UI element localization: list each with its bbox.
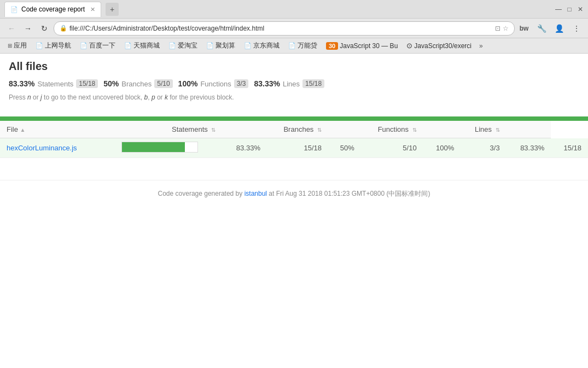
branches-pct-cell: 50%: [328, 138, 361, 158]
functions-pct-cell: 100%: [423, 138, 461, 158]
browser-chrome: 📄 Code coverage report ✕ + — □ ✕ ← → ↻ 🔒…: [0, 0, 588, 54]
bw-icon[interactable]: bw: [517, 21, 531, 36]
lines-badge: 15/18: [302, 79, 324, 88]
apps-label: 应用: [14, 41, 27, 50]
statements-bar-column-header: [222, 121, 267, 138]
tab-close-button[interactable]: ✕: [90, 6, 95, 13]
file-cell: hexColorLuminance.js: [0, 138, 115, 158]
bookmark-js30[interactable]: 30 JavaScript 30 — Bu: [323, 41, 401, 51]
statements-badge: 15/18: [76, 79, 98, 88]
address-right-icons: ⊡ ☆: [495, 25, 509, 32]
tab-favicon: 📄: [10, 6, 18, 13]
nav-right: bw 🔧 👤 ⋮: [517, 21, 584, 36]
lines-frac-column-header: [507, 121, 551, 138]
file-header-label: File: [7, 125, 18, 133]
lines-column-header[interactable]: Lines ⇅: [461, 121, 506, 138]
branches-sort-icon: ⇅: [317, 127, 322, 133]
tab-title: Code coverage report: [21, 5, 85, 13]
forward-button[interactable]: →: [21, 21, 35, 36]
menu-icon[interactable]: ⋮: [569, 21, 584, 36]
lines-stat: 83.33% Lines 15/18: [254, 79, 324, 88]
address-text: file:///C:/Users/Administrator/Desktop/t…: [69, 25, 493, 32]
close-button[interactable]: ✕: [577, 6, 584, 13]
bookmark-label: JavaScript 30 — Bu: [340, 42, 398, 50]
github-icon: ⊙: [406, 42, 412, 50]
statements-stat: 83.33% Statements 15/18: [9, 79, 98, 88]
reload-button[interactable]: ↻: [37, 21, 51, 36]
functions-frac-column-header: [423, 121, 461, 138]
apps-grid-icon: ⊞: [8, 43, 12, 49]
bookmark-wannengdai[interactable]: 📄 万能贷: [285, 40, 321, 51]
bookmarks-bar: ⊞ 应用 📄 上网导航 📄 百度一下 📄 天猫商城 📄 爱淘宝 📄 聚划算 📄 …: [0, 38, 588, 54]
page-title: All files: [9, 60, 579, 73]
apps-button[interactable]: ⊞ 应用: [4, 40, 30, 51]
bookmark-icon: 📄: [206, 42, 214, 49]
table-row: hexColorLuminance.js83.33%15/1850%5/1010…: [0, 138, 588, 158]
footer-text-after: at Fri Aug 31 2018 01:51:23 GMT+0800 (中国…: [267, 190, 430, 197]
istanbul-link[interactable]: istanbul: [244, 190, 267, 197]
bookmark-label: 万能贷: [298, 41, 317, 50]
progress-bar-cell: [115, 138, 222, 158]
bookmark-label: 聚划算: [216, 41, 235, 50]
functions-label: Functions: [200, 80, 231, 88]
progress-bar-container: [121, 142, 198, 153]
bookmark-baiduyixia[interactable]: 📄 百度一下: [77, 40, 119, 51]
bookmark-label: 上网导航: [45, 41, 71, 50]
window-controls: — □ ✕: [555, 6, 584, 13]
table-header-row: File ▲ Statements ⇅ Branches ⇅ Functions: [0, 121, 588, 138]
functions-badge: 3/3: [234, 79, 249, 88]
bookmark-icon: 📄: [288, 42, 296, 49]
extension-icon[interactable]: 🔧: [534, 21, 549, 36]
bookmark-jingdong[interactable]: 📄 京东商城: [241, 40, 283, 51]
progress-bar-fill: [122, 142, 185, 152]
new-tab-button[interactable]: +: [106, 3, 119, 16]
footer-text-before: Code coverage generated by: [158, 190, 244, 197]
bookmark-star-icon[interactable]: ☆: [503, 25, 509, 32]
bookmark-juhuasuan[interactable]: 📄 聚划算: [203, 40, 238, 51]
bookmarks-more-button[interactable]: »: [477, 41, 485, 51]
statements-fraction-cell: 15/18: [267, 138, 328, 158]
bookmark-icon: 📄: [80, 42, 88, 49]
maximize-button[interactable]: □: [566, 6, 573, 13]
active-tab[interactable]: 📄 Code coverage report ✕: [4, 2, 101, 17]
lines-fraction-cell: 15/18: [551, 138, 588, 158]
address-lock-icon: 🔒: [60, 25, 67, 32]
bookmark-icon: 📄: [244, 42, 252, 49]
branches-frac-column-header: [328, 121, 361, 138]
green-separator: [0, 116, 588, 121]
functions-column-header[interactable]: Functions ⇅: [361, 121, 423, 138]
statements-pct-cell: 83.33%: [222, 138, 267, 158]
lines-header-label: Lines: [475, 125, 492, 133]
file-column-header[interactable]: File ▲: [0, 121, 115, 138]
file-link[interactable]: hexColorLuminance.js: [7, 144, 77, 152]
title-bar: 📄 Code coverage report ✕ + — □ ✕: [0, 0, 588, 19]
functions-header-label: Functions: [378, 125, 409, 133]
branches-pct: 50%: [103, 79, 119, 88]
branches-fraction-cell: 5/10: [361, 138, 423, 158]
bookmark-label: 京东商城: [253, 41, 280, 50]
minimize-button[interactable]: —: [555, 6, 562, 13]
page-content: All files 83.33% Statements 15/18 50% Br…: [0, 54, 588, 368]
profile-icon[interactable]: 👤: [552, 21, 566, 36]
bookmark-tianmao[interactable]: 📄 天猫商城: [121, 40, 163, 51]
bookmark-aitaobao[interactable]: 📄 爱淘宝: [165, 40, 201, 51]
statements-column-header[interactable]: Statements ⇅: [115, 121, 222, 138]
back-button[interactable]: ←: [4, 21, 19, 36]
bookmark-icon: 📄: [168, 42, 176, 49]
bookmark-github[interactable]: ⊙ JavaScript30/exerci: [403, 40, 475, 51]
hint-text: Press n or j to go to the next uncovered…: [9, 94, 579, 101]
file-sort-asc-icon: ▲: [20, 127, 26, 133]
branches-stat: 50% Branches 5/10: [103, 79, 172, 88]
js30-badge: 30: [326, 42, 338, 50]
address-bar[interactable]: 🔒 file:///C:/Users/Administrator/Desktop…: [54, 21, 515, 36]
qr-icon[interactable]: ⊡: [495, 25, 500, 32]
stats-row: 83.33% Statements 15/18 50% Branches 5/1…: [9, 79, 579, 88]
footer: Code coverage generated by istanbul at F…: [0, 180, 588, 207]
branches-column-header[interactable]: Branches ⇅: [267, 121, 328, 138]
table-body: hexColorLuminance.js83.33%15/1850%5/1010…: [0, 138, 588, 158]
branches-label: Branches: [121, 80, 152, 88]
table-container: File ▲ Statements ⇅ Branches ⇅ Functions: [0, 121, 588, 158]
bookmark-shangwangdaohang[interactable]: 📄 上网导航: [32, 40, 74, 51]
lines-pct: 83.33%: [254, 79, 280, 88]
statements-sort-icon: ⇅: [211, 127, 216, 133]
